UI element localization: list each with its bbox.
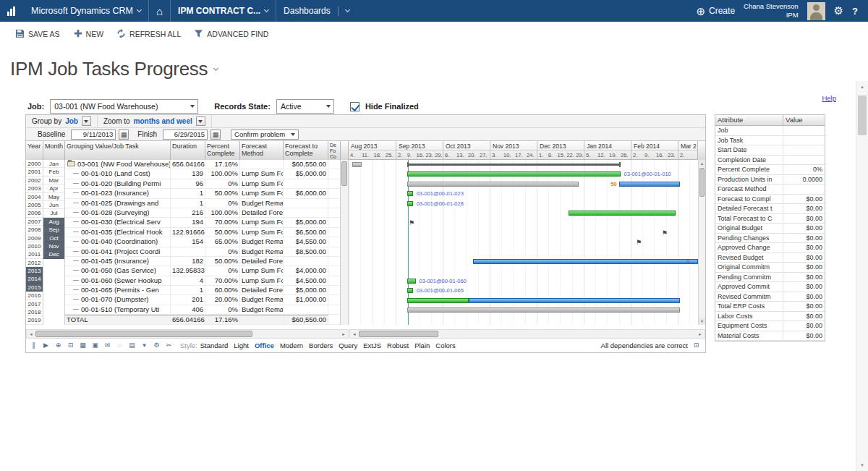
attr-col-header[interactable]: Attribute <box>715 115 783 125</box>
table-vscroll-thumb[interactable] <box>341 161 347 186</box>
task-row[interactable]: 00-01-510 (Temporary Uti4060%Budget Rema… <box>65 305 328 315</box>
col-header-forecast[interactable]: Forecast to Complete <box>284 141 328 160</box>
attribute-row[interactable]: Detailed Forecast t$0.00 <box>715 204 825 214</box>
col-header-method[interactable]: Forecast Method <box>240 141 284 160</box>
timeline-month[interactable]: Dec 20131.8.15.22.29. <box>537 141 584 159</box>
gantt-bar-gray[interactable] <box>352 162 362 167</box>
attribute-row[interactable]: Original Budget$0.00 <box>715 224 825 234</box>
table-horizontal-scrollbar[interactable]: ◂ ▸ <box>26 329 349 339</box>
col-header-month[interactable]: Month <box>43 141 65 160</box>
brand-menu[interactable]: Microsoft Dynamics CRM <box>22 0 148 22</box>
scroll-down-icon[interactable]: ▾ <box>699 318 705 325</box>
scroll-up-icon[interactable]: ▴ <box>699 160 705 167</box>
task-row[interactable]: 00-01-028 (Surveying)216100.00%Detailed … <box>65 208 328 218</box>
task-row[interactable]: 00-01-040 (Coordination)15465.00%Budget … <box>65 237 328 247</box>
zoom-in-icon[interactable]: ⊕ <box>53 340 64 351</box>
dynamics-logo[interactable] <box>0 0 22 22</box>
finish-calendar-icon[interactable]: ▦ <box>210 130 221 140</box>
page-scroll-thumb[interactable] <box>858 96 867 135</box>
group-by-control[interactable]: Group by Job <box>26 115 98 127</box>
task-row[interactable]: 00-01-045 (Insurance)18250.00%Detailed F… <box>65 257 328 266</box>
group-by-dropdown-icon[interactable] <box>82 116 91 126</box>
attribute-row[interactable]: Pending Changes$0.00 <box>715 234 825 244</box>
pause-icon[interactable]: ∥ <box>28 340 39 351</box>
job-select[interactable]: 03-001 (NW Food Warehouse) <box>50 99 198 114</box>
attribute-row[interactable]: Total ERP Costs$0.00 <box>715 302 825 312</box>
task-row[interactable]: 00-01-065 (Permits - Gen160.00%Detailed … <box>65 286 328 295</box>
col-header-duration[interactable]: Duration <box>171 141 205 160</box>
gantt-bar-green[interactable] <box>569 211 676 216</box>
chart-vscroll-thumb[interactable] <box>699 168 705 197</box>
attribute-row[interactable]: Pending Commitm$0.00 <box>715 273 825 283</box>
report-icon[interactable]: ▤ <box>127 340 137 351</box>
gantt-bar-gray[interactable] <box>407 307 680 313</box>
home-button[interactable]: ⌂ <box>149 0 170 22</box>
page-scrollbar[interactable]: ▴ ▾ <box>856 81 868 471</box>
month-cell[interactable]: Oct <box>43 234 64 242</box>
nav-dashboards[interactable]: Dashboards <box>276 0 357 22</box>
month-cell[interactable]: Apr <box>43 184 64 192</box>
new-button[interactable]: NEW <box>67 22 111 46</box>
year-cell[interactable]: 2018 <box>26 308 43 316</box>
task-row[interactable]: 00-01-041 (Project Coordi0%Budget Remai$… <box>65 247 328 257</box>
year-cell[interactable]: 2008 <box>26 226 43 234</box>
refresh-all-button[interactable]: REFRESH ALL <box>110 22 187 46</box>
baseline-date-input[interactable]: 9/11/2013 <box>71 130 116 140</box>
col-header-year[interactable]: Year <box>26 141 43 160</box>
dependencies-print-icon[interactable]: ⊡ <box>691 340 702 351</box>
year-cell[interactable]: 2019 <box>26 316 43 324</box>
help-icon[interactable]: ? <box>852 6 862 17</box>
task-row[interactable]: 00-01-060 (Sewer Hookup470.00%Lump Sum F… <box>65 276 328 286</box>
gantt-bar-green[interactable] <box>407 171 621 177</box>
attribute-row[interactable]: Percent Complete0% <box>715 165 825 175</box>
year-cell[interactable]: 2012 <box>26 259 43 267</box>
task-row[interactable]: 03-001 (NW Food Warehouse)656.0416617.16… <box>65 160 328 169</box>
style-option-borders[interactable]: Borders <box>309 341 333 349</box>
attribute-row[interactable]: Forecast Method <box>715 184 825 195</box>
task-row[interactable]: 00-01-023 (Insurance)150.00%Lump Sum For… <box>65 189 328 198</box>
col-header-percent[interactable]: Percent Complete <box>205 141 240 160</box>
month-cell[interactable]: Aug <box>43 218 64 226</box>
year-cell[interactable]: 2014 <box>26 275 43 283</box>
style-option-modern[interactable]: Modern <box>280 341 303 349</box>
gantt-bar-blue[interactable] <box>469 298 680 303</box>
chart-vertical-scrollbar[interactable]: ▴ ▾ <box>698 160 705 325</box>
month-cell[interactable]: Jun <box>43 201 64 209</box>
scroll-left-icon[interactable]: ◂ <box>27 330 35 338</box>
user-avatar[interactable] <box>807 2 825 20</box>
attribute-row[interactable]: Equipment Costs$0.00 <box>715 321 825 331</box>
save-as-button[interactable]: SAVE AS <box>9 22 67 46</box>
task-row[interactable]: 00-01-020 (Building Permi960%Lump Sum Fo… <box>65 179 328 189</box>
style-option-robust[interactable]: Robust <box>387 341 409 349</box>
year-cell[interactable]: 2001 <box>26 168 43 176</box>
table-hscroll-thumb[interactable] <box>35 331 252 337</box>
records-state-select[interactable]: Active <box>276 99 334 114</box>
task-row[interactable]: TOTAL656.0416617.16%$60,550.00 <box>65 315 328 324</box>
year-cell[interactable]: 2007 <box>26 218 43 226</box>
play-icon[interactable]: ▶ <box>41 340 51 351</box>
cut-icon[interactable]: ✂ <box>163 340 174 351</box>
scroll-right-icon[interactable]: ▸ <box>339 330 348 338</box>
style-option-light[interactable]: Light <box>234 341 249 349</box>
finish-date-input[interactable]: 6/29/2015 <box>163 130 208 140</box>
timeline-month[interactable]: Sep 20132.9.16.23.29. <box>396 141 443 159</box>
year-cell[interactable]: 2017 <box>26 300 43 308</box>
attribute-row[interactable]: Material Costs$0.00 <box>715 331 825 341</box>
search-icon[interactable]: ◌ <box>114 340 125 351</box>
scroll-left-icon[interactable]: ◂ <box>350 330 359 338</box>
attribute-row[interactable]: Total Forecast to C$0.00 <box>715 214 825 224</box>
task-row[interactable]: 00-01-070 (Dumpster)20120.00%Budget Rema… <box>65 295 328 305</box>
settings-gear-icon[interactable]: ⚙ <box>834 4 843 17</box>
year-cell[interactable]: 2002 <box>26 177 43 184</box>
folder-icon[interactable] <box>67 161 75 166</box>
year-cell[interactable]: 2011 <box>26 250 43 258</box>
year-cell[interactable]: 2015 <box>26 284 43 292</box>
gantt-bar-green[interactable] <box>407 288 413 293</box>
gantt-bar-green[interactable] <box>407 298 469 303</box>
style-option-query[interactable]: Query <box>339 341 357 349</box>
print-icon[interactable]: ⊡ <box>65 340 76 351</box>
page-scroll-down-icon[interactable]: ▾ <box>856 459 868 471</box>
year-cell[interactable]: 2000 <box>26 160 43 168</box>
baseline-calendar-icon[interactable]: ▦ <box>119 130 129 140</box>
timeline-month[interactable]: Aug 20134.11.18.25. <box>349 141 396 159</box>
